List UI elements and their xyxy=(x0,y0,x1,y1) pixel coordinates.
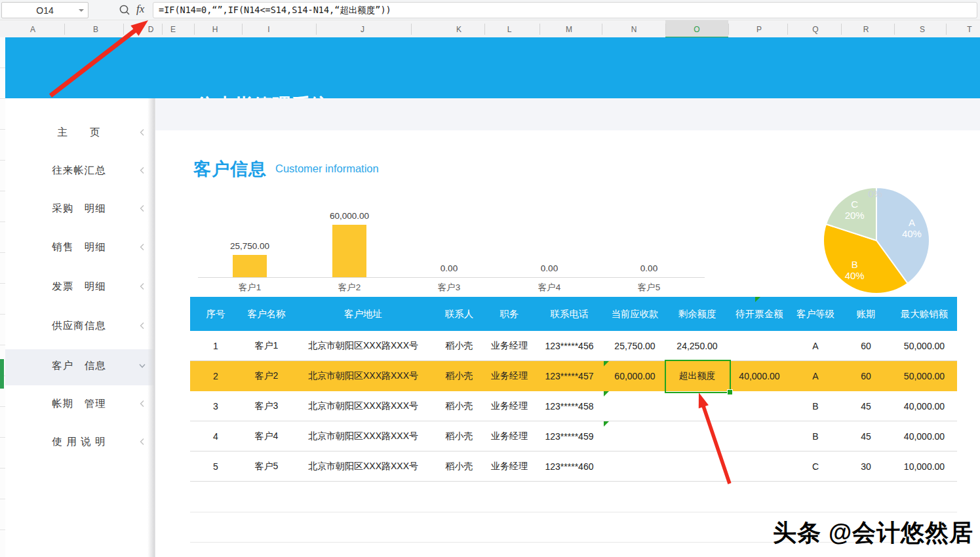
column-letter-A[interactable]: A xyxy=(20,20,46,38)
table-cell[interactable]: 稻小壳 xyxy=(435,451,484,482)
table-cell[interactable]: 北京市朝阳区XXX路XXX号 xyxy=(292,391,435,421)
search-icon[interactable] xyxy=(119,4,131,16)
column-letter-J[interactable]: J xyxy=(349,20,376,38)
table-cell[interactable]: 稻小壳 xyxy=(435,391,484,421)
column-letter-O[interactable]: O xyxy=(684,20,710,38)
selected-cell-outline[interactable] xyxy=(665,360,731,393)
chevron-left-icon[interactable] xyxy=(138,166,146,174)
column-letter-B[interactable]: B xyxy=(83,20,109,38)
sidebar-item-instructions[interactable]: 使 用 说 明 xyxy=(5,429,155,455)
table-cell[interactable]: 客户3 xyxy=(241,391,292,421)
chevron-left-icon[interactable] xyxy=(138,322,146,330)
table-header-cell[interactable]: 剩余额度 xyxy=(666,297,728,331)
table-cell[interactable]: 北京市朝阳区XXX路XXX号 xyxy=(292,361,435,391)
table-cell[interactable]: B xyxy=(791,391,840,421)
column-letter-N[interactable]: N xyxy=(621,20,647,38)
table-cell[interactable] xyxy=(604,391,666,421)
table-cell[interactable]: 北京市朝阳区XXX路XXX号 xyxy=(292,421,435,451)
chevron-down-icon[interactable] xyxy=(138,362,146,370)
table-cell[interactable]: 123*****456 xyxy=(535,331,604,361)
sidebar-item-purchase-detail[interactable]: 采购 明细 xyxy=(5,195,155,221)
table-cell[interactable]: 稻小壳 xyxy=(435,421,484,451)
table-cell[interactable]: 60,000.00 xyxy=(604,361,666,391)
bar-chart[interactable]: 25,750.00客户160,000.00客户20.00客户30.00客户40.… xyxy=(197,187,707,293)
table-cell[interactable]: 40,000.00 xyxy=(728,361,791,391)
column-letter-T[interactable]: T xyxy=(956,20,980,38)
table-cell[interactable]: 客户5 xyxy=(241,451,292,482)
table-header-cell[interactable]: 最大赊销额 xyxy=(892,297,957,331)
table-cell[interactable] xyxy=(728,421,791,451)
column-letter-H[interactable]: H xyxy=(202,20,228,38)
table-cell[interactable]: 10,000.00 xyxy=(892,451,957,482)
table-cell[interactable] xyxy=(604,421,666,451)
chevron-left-icon[interactable] xyxy=(138,400,146,408)
table-cell[interactable]: 24,250.00 xyxy=(666,331,728,361)
column-letter-L[interactable]: L xyxy=(496,20,522,38)
name-box[interactable]: O14 xyxy=(1,2,88,18)
table-cell[interactable]: 60 xyxy=(840,361,892,391)
sidebar-item-supplier-info[interactable]: 供应商信息 xyxy=(5,313,155,339)
table-cell[interactable]: 业务经理 xyxy=(484,331,535,361)
table-cell[interactable]: 50,000.00 xyxy=(892,331,957,361)
table-cell[interactable]: A xyxy=(791,331,840,361)
sidebar-scroll-edge[interactable] xyxy=(147,98,155,557)
sidebar-item-account-summary[interactable]: 往来帐汇总 xyxy=(5,157,155,183)
table-cell[interactable]: 5 xyxy=(190,451,241,482)
chevron-left-icon[interactable] xyxy=(138,243,146,251)
table-cell[interactable] xyxy=(728,391,791,421)
table-cell[interactable] xyxy=(666,421,728,451)
table-header-cell[interactable]: 客户等级 xyxy=(791,297,840,331)
table-cell[interactable]: 业务经理 xyxy=(484,391,535,421)
table-header-cell[interactable]: 当前应收款 xyxy=(604,297,666,331)
table-header-cell[interactable]: 职务 xyxy=(484,297,535,331)
table-cell[interactable]: 业务经理 xyxy=(484,421,535,451)
table-cell[interactable]: 60 xyxy=(840,331,892,361)
column-letter-I[interactable]: I xyxy=(256,20,282,38)
sidebar-item-credit-period[interactable]: 帐期 管理 xyxy=(5,391,155,417)
table-cell[interactable]: 客户4 xyxy=(241,421,292,451)
table-cell[interactable]: 客户1 xyxy=(241,331,292,361)
table-cell[interactable]: 1 xyxy=(190,331,241,361)
column-letter-P[interactable]: P xyxy=(746,20,772,38)
name-box-dropdown-icon[interactable] xyxy=(79,9,84,12)
fx-icon[interactable]: fx xyxy=(136,3,144,16)
column-letter-E[interactable]: E xyxy=(160,20,186,38)
table-cell[interactable]: A xyxy=(791,361,840,391)
table-cell[interactable]: 40,000.00 xyxy=(892,391,957,421)
table-cell[interactable] xyxy=(666,391,728,421)
column-letter-Q[interactable]: Q xyxy=(802,20,829,38)
table-header-cell[interactable]: 账期 xyxy=(840,297,892,331)
pie-chart[interactable]: A40%B40%C20%0% xyxy=(821,185,932,296)
table-cell[interactable]: 123*****459 xyxy=(535,421,604,451)
column-letter-S[interactable]: S xyxy=(909,20,935,38)
table-cell[interactable]: 4 xyxy=(190,421,241,451)
table-cell[interactable]: 业务经理 xyxy=(484,361,535,391)
table-header-cell[interactable]: 客户地址 xyxy=(292,297,435,331)
table-cell[interactable]: 45 xyxy=(840,421,892,451)
table-header-cell[interactable]: 联系人 xyxy=(435,297,484,331)
chevron-left-icon[interactable] xyxy=(138,438,146,446)
table-cell[interactable]: 25,750.00 xyxy=(604,331,666,361)
table-cell[interactable] xyxy=(728,331,791,361)
table-cell[interactable]: 业务经理 xyxy=(484,451,535,482)
table-header-cell[interactable]: 序号 xyxy=(190,297,241,331)
column-letter-R[interactable]: R xyxy=(853,20,879,38)
table-cell[interactable]: 123*****460 xyxy=(535,451,604,482)
column-letter-K[interactable]: K xyxy=(446,20,472,38)
chevron-left-icon[interactable] xyxy=(138,204,146,212)
table-cell[interactable] xyxy=(728,451,791,482)
table-header-cell[interactable]: 联系电话 xyxy=(535,297,604,331)
sidebar-item-sales-detail[interactable]: 销售 明细 xyxy=(5,234,155,260)
table-cell[interactable]: 稻小壳 xyxy=(435,361,484,391)
table-cell[interactable]: 30 xyxy=(840,451,892,482)
table-cell[interactable]: 稻小壳 xyxy=(435,331,484,361)
table-cell[interactable]: 123*****457 xyxy=(535,361,604,391)
table-cell[interactable]: 客户2 xyxy=(241,361,292,391)
table-cell[interactable]: B xyxy=(791,421,840,451)
table-cell[interactable]: C xyxy=(791,451,840,482)
sidebar-item-home[interactable]: 主 页 xyxy=(5,119,155,145)
table-cell[interactable]: 123*****458 xyxy=(535,391,604,421)
table-cell[interactable]: 北京市朝阳区XXX路XXX号 xyxy=(292,451,435,482)
table-cell[interactable]: 3 xyxy=(190,391,241,421)
table-cell[interactable] xyxy=(604,451,666,482)
